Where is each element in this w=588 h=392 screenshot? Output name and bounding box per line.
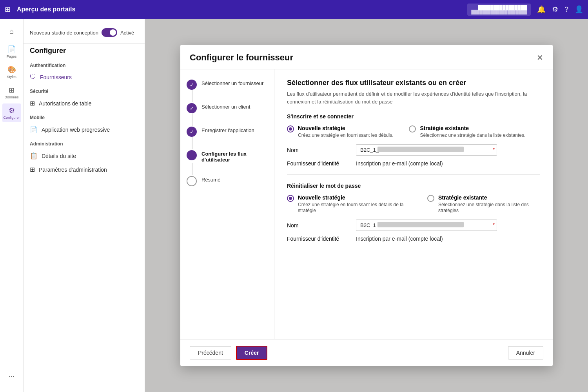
- app-title: Aperçu des portails: [17, 6, 463, 13]
- reset-nouvelle-text: Nouvelle stratégie Créez une stratégie e…: [298, 194, 412, 213]
- steps-panel: ✓ Sélectionner un fournisseur ✓ Sélectio…: [180, 69, 274, 339]
- section-desc: Les flux d'utilisateur permettent de déf…: [287, 90, 540, 105]
- step-5-label: Résumé: [201, 175, 220, 183]
- step-3-label: Enregistrer l'application: [201, 126, 254, 133]
- step-connector-2: [192, 113, 192, 126]
- nav-item-fournisseurs[interactable]: 🛡 Fournisseurs: [24, 71, 145, 84]
- fournisseurs-label: Fournisseurs: [40, 74, 72, 80]
- signin-existante-label: Stratégie existante: [420, 125, 525, 131]
- parametres-label: Paramètres d'administration: [39, 167, 107, 173]
- step-connector-4: [192, 163, 192, 175]
- reset-nouvelle-label: Nouvelle stratégie: [298, 194, 412, 201]
- reset-section-title: Réinitialiser le mot de passe: [287, 183, 540, 189]
- reset-nouvelle-desc: Créez une stratégie en fournissant les d…: [298, 202, 404, 213]
- sidebar-item-more[interactable]: ···: [2, 367, 21, 386]
- reset-fournisseur-value: Inscription par e-mail (compte local): [356, 236, 443, 242]
- signin-existante-text: Stratégie existante Sélectionnez une str…: [420, 125, 525, 138]
- pwa-label: Application web progressive: [42, 127, 110, 133]
- step-4-circle: [187, 150, 197, 160]
- signin-existante-radio[interactable]: [409, 125, 416, 132]
- nav-item-parametres[interactable]: ⊞ Paramètres d'administration: [24, 163, 145, 176]
- styles-icon: 🎨: [7, 65, 16, 74]
- reset-fournisseur-row: Fournisseur d'identité Inscription par e…: [287, 236, 540, 242]
- reset-fournisseur-label: Fournisseur d'identité: [287, 236, 350, 242]
- creer-button[interactable]: Créer: [236, 346, 268, 360]
- modal-body: ✓ Sélectionner un fournisseur ✓ Sélectio…: [180, 69, 553, 339]
- precedent-button[interactable]: Précédent: [190, 346, 231, 359]
- toggle-label: Nouveau studio de conception: [30, 30, 98, 36]
- toggle-value: Activé: [120, 30, 134, 36]
- gear-icon[interactable]: ⚙: [552, 5, 558, 14]
- reset-existante-radio[interactable]: [427, 195, 434, 202]
- autorisations-label: Autorisations de table: [39, 100, 92, 107]
- modal-dialog: Configurer le fournisseur ✕ ✓ Sélectionn…: [180, 45, 553, 366]
- reset-existante-option[interactable]: Stratégie existante Sélectionnez une str…: [427, 194, 540, 213]
- signin-nom-required: *: [493, 147, 495, 152]
- signin-nouvelle-label: Nouvelle stratégie: [298, 125, 393, 131]
- home-icon: ⌂: [9, 27, 14, 36]
- annuler-button[interactable]: Annuler: [508, 346, 543, 359]
- section-security: Sécurité: [24, 84, 145, 96]
- signin-nom-blurred: ████████████████████████████: [377, 147, 464, 152]
- more-icon: ···: [9, 372, 15, 381]
- data-icon: ⊞: [9, 86, 15, 94]
- reset-radio-row: Nouvelle stratégie Créez une stratégie e…: [287, 194, 540, 213]
- reset-nom-input-wrapper: * ████████████████████████████: [356, 220, 497, 231]
- signin-fournisseur-row: Fournisseur d'identité Inscription par e…: [287, 160, 540, 167]
- topbar: ⊞ Aperçu des portails ████████████████ █…: [0, 0, 588, 19]
- step-3-circle: ✓: [187, 127, 197, 137]
- account-box[interactable]: ████████████████ ████████████████████: [467, 4, 531, 16]
- signin-fournisseur-label: Fournisseur d'identité: [287, 160, 350, 167]
- reset-nouvelle-radio[interactable]: [287, 195, 294, 202]
- step-5-circle: [187, 176, 197, 186]
- nav-item-pwa[interactable]: 📄 Application web progressive: [24, 123, 145, 136]
- nav-item-details[interactable]: 📋 Détails du site: [24, 149, 145, 163]
- signin-nouvelle-option[interactable]: Nouvelle stratégie Créez une stratégie e…: [287, 125, 393, 138]
- avatar-icon[interactable]: 👤: [575, 5, 583, 14]
- sidebar-item-pages[interactable]: 📄 Pages: [2, 42, 21, 61]
- modal-right-content: Sélectionner des flux utilisateur exista…: [274, 69, 553, 339]
- signin-existante-desc: Sélectionnez une stratégie dans la liste…: [420, 132, 525, 138]
- signin-radio-row: Nouvelle stratégie Créez une stratégie e…: [287, 125, 540, 138]
- section-auth: Authentification: [24, 58, 145, 71]
- pwa-icon: 📄: [30, 126, 38, 133]
- reset-existante-text: Stratégie existante Sélectionnez une str…: [438, 194, 540, 213]
- signin-section-title: S'inscrire et se connecter: [287, 113, 540, 120]
- signin-nom-row: Nom * ████████████████████████████: [287, 144, 540, 156]
- bell-icon[interactable]: 🔔: [537, 5, 546, 14]
- sidebar-item-configure[interactable]: ⚙ Configurer: [2, 103, 21, 122]
- reset-nouvelle-option[interactable]: Nouvelle stratégie Créez une stratégie e…: [287, 194, 412, 213]
- question-icon[interactable]: ?: [564, 5, 568, 14]
- sidebar-item-data[interactable]: ⊞ Données: [2, 83, 21, 102]
- configure-label: Configurer: [3, 116, 20, 120]
- toggle-switch[interactable]: [102, 28, 117, 37]
- step-connector-1: [192, 90, 192, 102]
- sidebar-item-styles[interactable]: 🎨 Styles: [2, 63, 21, 82]
- pages-label: Pages: [7, 54, 17, 58]
- step-1-circle: ✓: [187, 80, 197, 90]
- grid-icon[interactable]: ⊞: [5, 5, 11, 14]
- nav-item-autorisations[interactable]: ⊞ Autorisations de table: [24, 96, 145, 110]
- fournisseurs-icon: 🛡: [30, 74, 36, 81]
- configure-icon: ⚙: [9, 106, 15, 115]
- account-name: ████████████████: [478, 5, 527, 10]
- modal-footer: Précédent Créer Annuler: [180, 339, 553, 366]
- step-connector-3: [192, 137, 192, 149]
- modal-close-button[interactable]: ✕: [537, 53, 543, 62]
- step-2-label: Sélectionner un client: [201, 102, 250, 110]
- autorisations-icon: ⊞: [30, 100, 35, 107]
- section-title: Sélectionner des flux utilisateur exista…: [287, 79, 540, 87]
- parametres-icon: ⊞: [30, 166, 35, 173]
- sidebar-item-home[interactable]: ⌂: [2, 22, 21, 41]
- modal-title: Configurer le fournisseur: [190, 53, 293, 63]
- reset-existante-desc: Sélectionnez une stratégie dans la liste…: [438, 202, 529, 213]
- signin-existante-option[interactable]: Stratégie existante Sélectionnez une str…: [409, 125, 525, 138]
- step-1-label: Sélectionner un fournisseur: [201, 79, 263, 86]
- step-4-label: Configurer les flux d'utilisateur: [201, 149, 268, 163]
- signin-nom-input-wrapper: * ████████████████████████████: [356, 144, 497, 156]
- reset-existante-label: Stratégie existante: [438, 194, 540, 201]
- section-mobile: Mobile: [24, 110, 145, 123]
- signin-nouvelle-radio[interactable]: [287, 125, 294, 132]
- step-3: ✓ Enregistrer l'application: [187, 126, 268, 137]
- icon-sidebar: ⌂ 📄 Pages 🎨 Styles ⊞ Données ⚙ Configure…: [0, 19, 24, 392]
